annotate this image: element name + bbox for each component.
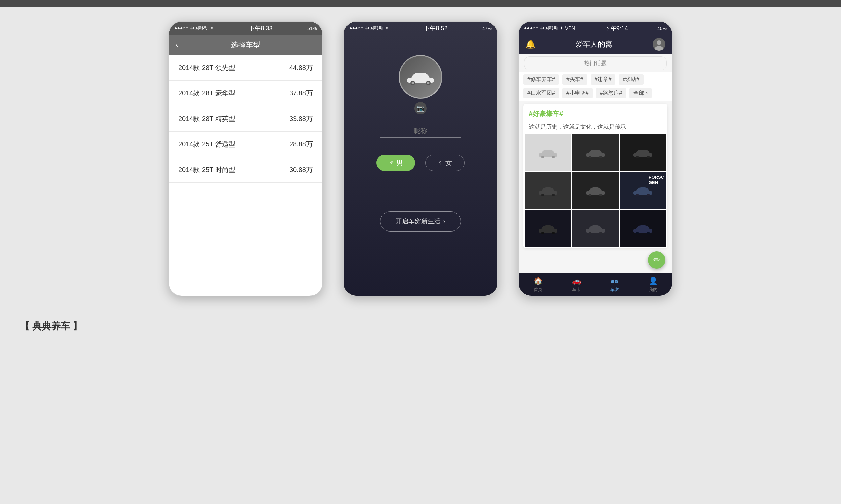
post-img-4 [572,172,619,209]
bottom-section: 【 典典养车 】 [0,310,841,343]
post-img-1 [572,134,619,171]
phone1-title: 选择车型 [231,40,260,50]
fab-button[interactable]: ✏ [648,251,665,269]
male-label: 男 [396,158,403,167]
phone2: ●●●○○ 中国移动 ✦ 下午8:52 47% 📷 [343,21,498,296]
car-name-4: 2014款 25T 时尚型 [178,165,236,174]
phone1-status-bar: ●●●○○ 中国移动 ✦ 下午8:33 51% [169,21,322,35]
phone2-content: 📷 ♂ 男 ♀ 女 开启车窝新生活 › [344,35,497,232]
post-img-2 [620,134,666,171]
car-placeholder-icon [538,147,558,158]
phone1-battery: 51% [307,25,317,31]
car-item-0[interactable]: 2014款 28T 领先型 44.88万 [169,55,322,80]
avatar-circle[interactable] [399,55,442,99]
car-item-1[interactable]: 2014款 28T 豪华型 37.88万 [169,80,322,106]
gender-male-button[interactable]: ♂ 男 [376,155,415,171]
start-label: 开启车窝新生活 [396,217,440,226]
nickname-input[interactable] [380,124,461,138]
post-text: 这就是历史，这就是文化，这就是传承 [524,121,667,134]
phone3-signal: ●●●○○ 中国移动 ✦ VPN [524,25,575,31]
phone2-signal: ●●●○○ 中国移动 ✦ [349,25,389,31]
tag-0[interactable]: #修车养车# [524,74,559,85]
male-symbol: ♂ [389,159,394,167]
phone2-status-bar: ●●●○○ 中国移动 ✦ 下午8:52 47% [344,21,497,35]
profile-icon: 👤 [649,276,658,285]
edit-icon: ✏ [653,255,660,265]
svg-rect-17 [538,191,557,195]
tab-home[interactable]: 🏠 首页 [519,276,557,293]
phone3-time: 下午9:14 [604,24,628,32]
tab-community[interactable]: 🏘 车窝 [596,276,634,293]
bottom-label: 【 典典养车 】 [20,321,82,331]
dark-car-icon-4 [585,185,605,196]
tab-car[interactable]: 🚗 车卡 [557,276,596,293]
tag-4[interactable]: #口水军团# [524,88,559,98]
post-card: #好豪壕车# 这就是历史，这就是文化，这就是传承 [524,104,667,248]
phone3-avatar[interactable] [653,38,665,51]
phone3-nav: 🔔 爱车人的窝 [519,35,672,54]
post-img-5: PORSCGEN [620,172,666,209]
hot-topics-header: 热门话题 [524,56,667,70]
gender-row: ♂ 男 ♀ 女 [376,155,465,171]
svg-point-6 [657,40,662,45]
car-item-4[interactable]: 2014款 25T 时尚型 30.88万 [169,157,322,183]
phone1-nav-bar: ‹ 选择车型 [169,35,322,55]
female-label: 女 [445,158,452,167]
tab-profile-label: 我的 [649,287,657,293]
tag-6[interactable]: #路怒症# [596,88,627,98]
car-name-1: 2014款 28T 豪华型 [178,89,236,98]
phone1-signal: ●●●○○ 中国移动 ✦ [174,25,214,31]
tags-row: #修车养车# #买车# #违章# #求助# #口水军团# #小电驴# #路怒症#… [519,72,672,101]
svg-rect-32 [633,229,652,233]
svg-point-4 [427,82,430,84]
car-silhouette-icon [405,69,436,85]
car-price-4: 30.88万 [289,165,313,174]
post-images: PORSCGEN [524,134,667,248]
post-img-8 [620,210,666,247]
camera-icon[interactable]: 📷 [414,102,427,114]
phone1: ●●●○○ 中国移动 ✦ 下午8:33 51% ‹ 选择车型 2014款 28T… [168,21,323,296]
porsc-text: PORSCGEN [649,175,664,185]
start-arrow-icon: › [443,218,445,225]
car-price-2: 33.88万 [289,114,313,123]
tag-more[interactable]: 全部 › [630,88,652,98]
car-price-0: 44.88万 [289,63,313,72]
svg-point-2 [412,82,414,84]
svg-rect-20 [586,191,605,195]
car-price-3: 28.88万 [289,140,313,149]
tab-profile[interactable]: 👤 我的 [634,276,672,293]
tab-home-label: 首页 [534,287,542,293]
post-img-7 [572,210,619,247]
svg-rect-14 [633,153,652,157]
post-card-header: #好豪壕车# [524,104,667,121]
phone1-time: 下午8:33 [248,24,273,32]
bell-icon[interactable]: 🔔 [526,40,535,49]
car-item-3[interactable]: 2014款 25T 舒适型 28.88万 [169,132,322,157]
car-icon: 🚗 [572,276,581,285]
phone3-battery: 40% [657,25,667,31]
post-img-0 [525,134,571,171]
post-hashtag: #好豪壕车# [529,110,563,117]
car-list: 2014款 28T 领先型 44.88万 2014款 28T 豪华型 37.88… [169,55,322,183]
female-symbol: ♀ [437,159,443,167]
car-name-3: 2014款 25T 舒适型 [178,140,236,149]
phone3-tabbar: 🏠 首页 🚗 车卡 🏘 车窝 👤 我的 [519,273,672,296]
dark-car-icon-2 [633,147,653,158]
tag-1[interactable]: #买车# [563,74,587,85]
dark-car-icon-7 [585,223,605,234]
car-name-2: 2014款 28T 精英型 [178,114,236,123]
svg-rect-23 [633,191,652,195]
back-button[interactable]: ‹ [176,41,178,49]
gender-female-button[interactable]: ♀ 女 [425,155,465,171]
phone3-status-bar: ●●●○○ 中国移动 ✦ VPN 下午9:14 40% [519,21,672,35]
avatar-icon [653,38,665,51]
tag-3[interactable]: #求助# [619,74,643,85]
tag-2[interactable]: #违章# [591,74,616,85]
phone2-battery: 47% [482,25,492,31]
car-name-0: 2014款 28T 领先型 [178,63,236,72]
phone3-title: 爱车人的窝 [576,39,613,49]
tag-5[interactable]: #小电驴# [563,88,593,98]
svg-rect-8 [538,153,557,157]
car-item-2[interactable]: 2014款 28T 精英型 33.88万 [169,106,322,132]
start-button[interactable]: 开启车窝新生活 › [380,211,461,232]
